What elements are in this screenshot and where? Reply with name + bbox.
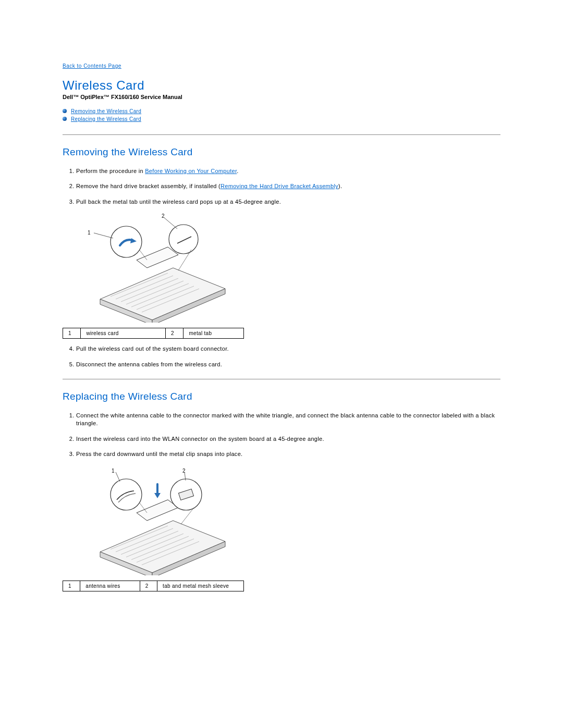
step-text: ). [338,183,342,189]
step: Press the card downward until the metal … [76,450,500,458]
toc-item: Replacing the Wireless Card [63,116,500,122]
step: Pull the wireless card out of the system… [76,345,500,353]
legend-num: 1 [63,581,80,591]
link-before-working[interactable]: Before Working on Your Computer [145,168,237,174]
svg-marker-29 [137,500,178,521]
removing-steps: Perform the procedure in Before Working … [63,167,500,206]
table-row: 1 wireless card 2 metal tab [63,328,244,339]
svg-line-16 [164,217,177,229]
section-heading-removing: Removing the Wireless Card [63,146,500,158]
step: Pull back the metal tab until the wirele… [76,198,500,206]
step: Insert the wireless card into the WLAN c… [76,435,500,443]
section-divider [63,134,500,135]
step: Disconnect the antenna cables from the w… [76,361,500,368]
callout-2: 2 [162,213,165,219]
legend-table-replacing: 1 antenna wires 2 tab and metal mesh sle… [63,581,244,591]
step-text: . [237,168,238,174]
step: Remove the hard drive bracket assembly, … [76,182,500,190]
legend-num: 2 [140,581,157,591]
diagram-svg [90,466,236,575]
document-page: Back to Contents Page Wireless Card Dell… [0,0,563,619]
bullet-icon [63,117,67,121]
svg-line-15 [94,233,113,238]
legend-num: 1 [63,328,81,339]
replacing-steps: Connect the white antenna cable to the c… [63,412,500,459]
toc-item: Removing the Wireless Card [63,108,500,114]
toc-link-replacing[interactable]: Replacing the Wireless Card [71,116,141,122]
legend-num: 2 [166,328,183,339]
callout-1: 1 [88,230,91,236]
legend-label: wireless card [81,328,166,339]
figure-removing: 1 2 [90,213,236,323]
svg-point-12 [169,225,198,254]
link-hd-bracket[interactable]: Removing the Hard Drive Bracket Assembly [221,183,338,189]
callout-1: 1 [112,468,115,474]
svg-marker-0 [100,268,225,320]
step: Connect the white antenna cable to the c… [76,412,500,428]
section-divider [63,379,500,379]
svg-point-30 [111,479,142,510]
svg-marker-37 [154,493,161,498]
step-text: Perform the procedure in [76,168,145,174]
bullet-icon [63,109,67,113]
legend-label: metal tab [183,328,244,339]
svg-point-11 [111,226,142,257]
section-heading-replacing: Replacing the Wireless Card [63,391,500,402]
manual-subtitle: Dell™ OptiPlex™ FX160/160 Service Manual [63,94,500,100]
svg-line-33 [116,472,120,482]
svg-marker-10 [137,247,178,268]
callout-2: 2 [182,468,186,474]
removing-steps-cont: Pull the wireless card out of the system… [63,345,500,368]
figure-replacing: 1 2 [90,466,236,575]
diagram-svg [90,213,236,323]
legend-label: antenna wires [80,581,140,591]
back-to-contents-link[interactable]: Back to Contents Page [63,63,121,69]
table-row: 1 antenna wires 2 tab and metal mesh sle… [63,581,244,591]
toc-link-removing[interactable]: Removing the Wireless Card [71,108,141,114]
step-text: Remove the hard drive bracket assembly, … [76,183,221,189]
legend-label: tab and metal mesh sleeve [157,581,244,591]
svg-marker-19 [100,521,225,573]
page-title: Wireless Card [63,78,500,93]
step: Perform the procedure in Before Working … [76,167,500,175]
legend-table-removing: 1 wireless card 2 metal tab [63,328,244,339]
table-of-contents: Removing the Wireless Card Replacing the… [63,108,500,122]
